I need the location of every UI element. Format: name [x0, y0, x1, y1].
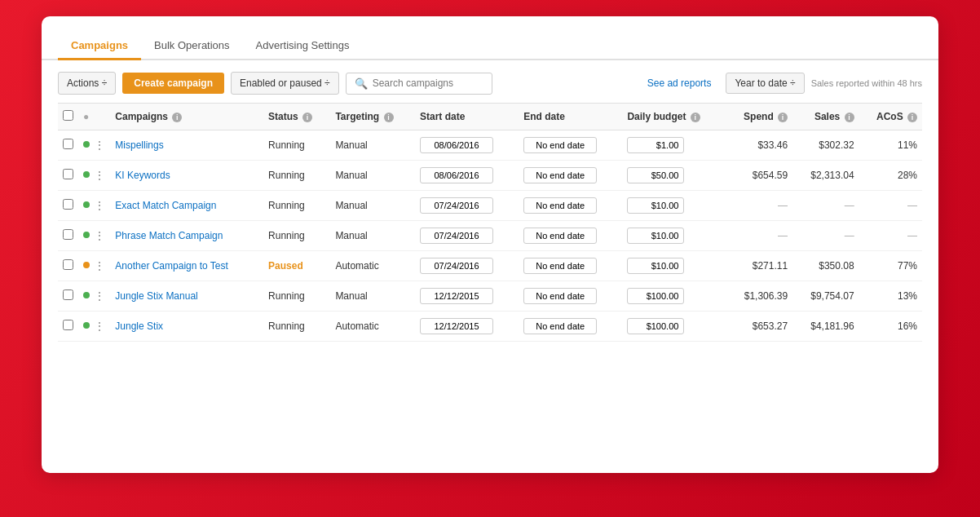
- row-targeting: Automatic: [330, 312, 415, 342]
- row-select-checkbox[interactable]: [63, 289, 73, 300]
- status-info-icon[interactable]: i: [302, 113, 312, 122]
- budget-input[interactable]: [627, 197, 684, 214]
- select-all-checkbox[interactable]: [63, 110, 73, 121]
- table-header-row: ● Campaigns i Status i Targeting i Start: [58, 104, 922, 130]
- end-date-input[interactable]: [523, 228, 597, 244]
- row-select-checkbox[interactable]: [63, 169, 73, 179]
- row-sales: —: [792, 221, 859, 251]
- row-campaign-name: Exact Match Campaign: [110, 191, 263, 221]
- header-status: Status i: [263, 104, 330, 130]
- header-end-date: End date: [519, 104, 622, 130]
- start-date-input[interactable]: [420, 167, 493, 183]
- row-select-checkbox[interactable]: [63, 199, 73, 210]
- campaign-link[interactable]: KI Keywords: [115, 170, 170, 181]
- row-daily-budget: [622, 191, 725, 221]
- row-acos: 77%: [859, 251, 922, 281]
- row-options-icon[interactable]: ⋮: [94, 139, 105, 152]
- row-daily-budget: [622, 221, 725, 251]
- sales-info-icon[interactable]: i: [845, 113, 854, 122]
- budget-input[interactable]: [627, 228, 684, 244]
- budget-info-icon[interactable]: i: [691, 113, 700, 122]
- row-status-dot: ⋮: [78, 221, 110, 251]
- start-date-input[interactable]: [420, 288, 493, 304]
- status-indicator: [83, 292, 90, 298]
- status-indicator: [83, 141, 90, 148]
- row-daily-budget: [622, 281, 725, 312]
- row-sales: —: [792, 191, 859, 221]
- status-dot-icon: ●: [83, 111, 89, 122]
- tab-campaigns[interactable]: Campaigns: [58, 33, 141, 60]
- row-select-checkbox[interactable]: [63, 139, 73, 149]
- table-body: ⋮ Mispellings Running Manual $33.46 $302…: [58, 130, 922, 342]
- date-range-button[interactable]: Year to date ÷: [726, 73, 804, 94]
- row-status-dot: ⋮: [78, 281, 110, 312]
- row-daily-budget: [622, 161, 725, 191]
- row-options-icon[interactable]: ⋮: [94, 289, 105, 303]
- row-options-icon[interactable]: ⋮: [94, 229, 105, 242]
- filter-button[interactable]: Enabled or paused ÷: [231, 72, 339, 95]
- row-end-date: [519, 312, 622, 342]
- end-date-input[interactable]: [523, 288, 597, 304]
- end-date-input[interactable]: [523, 137, 597, 153]
- row-options-icon[interactable]: ⋮: [94, 320, 105, 333]
- targeting-info-icon[interactable]: i: [384, 113, 394, 122]
- start-date-input[interactable]: [420, 228, 493, 244]
- main-card: Campaigns Bulk Operations Advertising Se…: [42, 16, 938, 473]
- row-acos: 11%: [859, 130, 922, 161]
- row-targeting: Manual: [330, 130, 415, 161]
- row-campaign-name: Jungle Stix Manual: [110, 281, 263, 312]
- budget-input[interactable]: [627, 167, 684, 183]
- create-campaign-button[interactable]: Create campaign: [122, 73, 224, 94]
- campaigns-info-icon[interactable]: i: [172, 113, 182, 122]
- campaign-link[interactable]: Exact Match Campaign: [115, 200, 216, 211]
- row-select-checkbox[interactable]: [63, 229, 73, 240]
- row-options-icon[interactable]: ⋮: [94, 199, 105, 212]
- campaign-link[interactable]: Phrase Match Campaign: [115, 230, 223, 241]
- start-date-input[interactable]: [420, 318, 493, 334]
- campaign-link[interactable]: Mispellings: [115, 139, 163, 151]
- header-campaigns: Campaigns i: [110, 104, 263, 130]
- search-input[interactable]: [373, 77, 487, 89]
- row-campaign-name: Mispellings: [110, 130, 263, 161]
- row-daily-budget: [622, 312, 725, 342]
- campaign-link[interactable]: Another Campaign to Test: [115, 260, 228, 272]
- row-options-icon[interactable]: ⋮: [94, 169, 105, 182]
- end-date-input[interactable]: [523, 318, 597, 334]
- budget-input[interactable]: [627, 318, 684, 334]
- budget-input[interactable]: [627, 288, 684, 304]
- row-spend: $33.46: [726, 130, 792, 161]
- row-select-checkbox[interactable]: [63, 259, 73, 270]
- campaign-link[interactable]: Jungle Stix Manual: [115, 290, 197, 302]
- actions-button[interactable]: Actions ÷: [58, 72, 116, 95]
- row-checkbox: [58, 161, 78, 191]
- campaign-link[interactable]: Jungle Stix: [115, 320, 163, 332]
- row-acos: —: [859, 221, 922, 251]
- end-date-input[interactable]: [523, 258, 597, 274]
- see-ad-reports-link[interactable]: See ad reports: [647, 77, 712, 89]
- end-date-input[interactable]: [523, 197, 597, 214]
- budget-input[interactable]: [627, 258, 684, 274]
- row-end-date: [519, 161, 622, 191]
- row-status: Running: [263, 130, 330, 161]
- budget-input[interactable]: [627, 137, 684, 153]
- row-start-date: [415, 221, 519, 251]
- row-select-checkbox[interactable]: [63, 320, 73, 330]
- start-date-input[interactable]: [420, 197, 493, 214]
- row-status-dot: ⋮: [78, 191, 110, 221]
- row-options-icon[interactable]: ⋮: [94, 259, 105, 272]
- tab-advertising-settings[interactable]: Advertising Settings: [243, 33, 363, 60]
- row-spend: $654.59: [726, 161, 792, 191]
- end-date-input[interactable]: [523, 167, 597, 183]
- row-targeting: Manual: [330, 161, 415, 191]
- acos-info-icon[interactable]: i: [907, 113, 917, 122]
- header-daily-budget: Daily budget i: [622, 104, 725, 130]
- row-end-date: [519, 221, 622, 251]
- start-date-input[interactable]: [420, 258, 493, 274]
- row-spend: $271.11: [726, 251, 792, 281]
- table-row: ⋮ Jungle Stix Manual Running Manual $1,3…: [58, 281, 922, 312]
- header-sales: Sales i: [792, 104, 859, 130]
- start-date-input[interactable]: [420, 137, 493, 153]
- row-checkbox: [58, 130, 78, 161]
- spend-info-icon[interactable]: i: [778, 113, 788, 122]
- tab-bulk-operations[interactable]: Bulk Operations: [141, 33, 243, 60]
